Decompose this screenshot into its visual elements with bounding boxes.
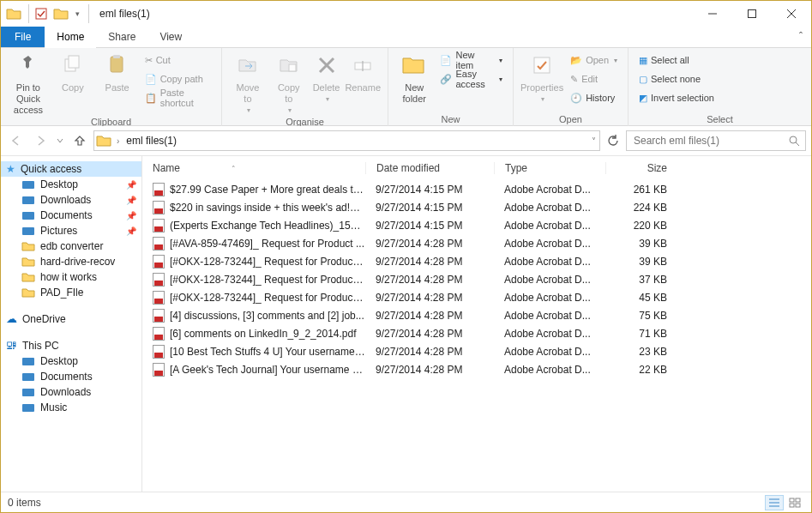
pdf-icon bbox=[153, 219, 165, 232]
file-list[interactable]: Name˄ Date modified Type Size $27.99 Cas… bbox=[142, 156, 811, 492]
up-button[interactable] bbox=[69, 130, 90, 151]
search-box[interactable] bbox=[626, 130, 806, 151]
tab-view[interactable]: View bbox=[147, 27, 194, 47]
tab-home[interactable]: Home bbox=[45, 27, 96, 47]
rename-button[interactable]: Rename bbox=[345, 51, 381, 94]
file-size: 71 KB bbox=[605, 328, 683, 340]
tab-share[interactable]: Share bbox=[96, 27, 147, 47]
file-row[interactable]: [4] discussions, [3] comments and [2] jo… bbox=[142, 306, 811, 324]
file-date: 9/27/2014 4:15 PM bbox=[365, 184, 494, 196]
sidebar-item-downloads[interactable]: Downloads📌 bbox=[1, 192, 141, 208]
file-name: [6] comments on LinkedIn_9_2_2014.pdf bbox=[170, 328, 357, 340]
sidebar-onedrive[interactable]: ☁ OneDrive bbox=[1, 311, 141, 327]
tab-file[interactable]: File bbox=[1, 27, 45, 47]
pasteshortcut-icon: 📋 bbox=[145, 93, 157, 104]
close-button[interactable] bbox=[772, 1, 811, 27]
sidebar-pc-documents[interactable]: Documents bbox=[1, 369, 141, 384]
breadcrumb-current[interactable]: eml files(1) bbox=[124, 135, 178, 147]
open-button[interactable]: 📂Open▾ bbox=[567, 51, 621, 69]
file-row[interactable]: (Experts Exchange Tech Headlines)_15_11.… bbox=[142, 216, 811, 234]
column-name[interactable]: Name˄ bbox=[142, 162, 365, 174]
svg-rect-0 bbox=[36, 9, 46, 19]
folder-icon bbox=[21, 225, 35, 237]
sidebar-pc-desktop[interactable]: Desktop bbox=[1, 353, 141, 369]
sidebar-item-hard-drive-recov[interactable]: hard-drive-recov bbox=[1, 254, 141, 269]
qat-newfolder-icon[interactable] bbox=[51, 4, 70, 23]
column-date[interactable]: Date modified bbox=[365, 162, 494, 174]
column-size[interactable]: Size bbox=[605, 162, 683, 174]
delete-button[interactable]: Delete▾ bbox=[311, 51, 342, 105]
cut-button[interactable]: ✂Cut bbox=[141, 51, 214, 69]
file-row[interactable]: [A Geek's Tech Journal] Your username a.… bbox=[142, 360, 811, 378]
selectnone-button[interactable]: ▢Select none bbox=[635, 70, 718, 88]
refresh-button[interactable] bbox=[604, 131, 623, 150]
sidebar-item-pad-file[interactable]: PAD_FIle bbox=[1, 285, 141, 300]
file-type: Adobe Acrobat D... bbox=[494, 292, 605, 304]
pdf-icon bbox=[153, 345, 165, 359]
thispc-icon: 🖳 bbox=[6, 339, 17, 352]
edit-button[interactable]: ✎Edit bbox=[567, 70, 621, 88]
file-type: Adobe Acrobat D... bbox=[494, 220, 605, 232]
properties-button[interactable]: Properties▾ bbox=[520, 51, 563, 105]
minimize-button[interactable] bbox=[693, 1, 732, 27]
file-row[interactable]: [#OKX-128-73244]_ Request for Product ..… bbox=[142, 252, 811, 270]
maximize-button[interactable] bbox=[732, 1, 772, 27]
pdf-icon bbox=[153, 363, 165, 377]
recent-dropdown[interactable] bbox=[54, 130, 66, 151]
view-thumbnails-button[interactable] bbox=[785, 495, 804, 510]
sidebar-item-how-it-works[interactable]: how it works bbox=[1, 269, 141, 285]
chevron-right-icon[interactable]: › bbox=[115, 136, 121, 146]
invertselection-button[interactable]: ◩Invert selection bbox=[635, 89, 718, 106]
sidebar-pc-downloads[interactable]: Downloads bbox=[1, 384, 141, 400]
moveto-button[interactable]: Move to▾ bbox=[229, 51, 267, 116]
pdf-icon bbox=[153, 255, 165, 269]
svg-rect-31 bbox=[796, 504, 800, 507]
file-name: $27.99 Case Paper + More great deals to … bbox=[170, 184, 365, 196]
qat-properties-icon[interactable] bbox=[34, 7, 50, 21]
copyto-button[interactable]: Copy to▾ bbox=[270, 51, 308, 116]
qat-dropdown-icon[interactable]: ▾ bbox=[72, 9, 83, 18]
view-details-button[interactable] bbox=[765, 495, 784, 510]
file-row[interactable]: [#OKX-128-73244]_ Request for Product ..… bbox=[142, 288, 811, 306]
sidebar-thispc[interactable]: 🖳 This PC bbox=[1, 337, 141, 353]
copy-button[interactable]: Copy bbox=[52, 51, 93, 94]
file-size: 23 KB bbox=[605, 346, 683, 358]
sidebar-item-documents[interactable]: Documents📌 bbox=[1, 208, 141, 223]
sidebar-pc-music[interactable]: Music bbox=[1, 400, 141, 415]
pin-icon: 📌 bbox=[126, 226, 136, 236]
ribbon-collapse-icon[interactable]: ˆ bbox=[791, 31, 811, 43]
forward-button[interactable] bbox=[30, 130, 51, 151]
sidebar-quickaccess[interactable]: ★ Quick access bbox=[1, 161, 141, 177]
pasteshortcut-button[interactable]: 📋Paste shortcut bbox=[141, 89, 214, 106]
pin-quickaccess-button[interactable]: Pin to Quick access bbox=[8, 51, 49, 116]
address-dropdown-icon[interactable]: ˅ bbox=[590, 136, 598, 146]
file-row[interactable]: [#AVA-859-47469]_ Request for Product ..… bbox=[142, 234, 811, 252]
selectall-button[interactable]: ▦Select all bbox=[635, 51, 718, 69]
quickaccess-star-icon: ★ bbox=[6, 163, 15, 175]
copy-label: Copy bbox=[62, 82, 84, 94]
copypath-button[interactable]: 📄Copy path bbox=[141, 70, 214, 88]
sidebar-item-edb-converter[interactable]: edb converter bbox=[1, 238, 141, 254]
back-button[interactable] bbox=[6, 130, 27, 151]
file-row[interactable]: [6] comments on LinkedIn_9_2_2014.pdf9/2… bbox=[142, 324, 811, 342]
paste-button[interactable]: Paste bbox=[97, 51, 138, 94]
file-row[interactable]: $27.99 Case Paper + More great deals to … bbox=[142, 180, 811, 198]
file-size: 39 KB bbox=[605, 256, 683, 268]
file-row[interactable]: $220 in savings inside + this week's ad!… bbox=[142, 198, 811, 216]
newfolder-button[interactable]: New folder bbox=[395, 51, 433, 105]
file-name: [#OKX-128-73244]_ Request for Product ..… bbox=[170, 274, 365, 286]
history-button[interactable]: 🕘History bbox=[567, 89, 621, 106]
navigation-pane[interactable]: ★ Quick access Desktop📌Downloads📌Documen… bbox=[1, 156, 142, 492]
file-row[interactable]: [10 Best Tech Stuffs 4 U] Your username … bbox=[142, 342, 811, 360]
search-input[interactable] bbox=[632, 134, 788, 148]
sidebar-item-pictures[interactable]: Pictures📌 bbox=[1, 223, 141, 238]
column-type[interactable]: Type bbox=[494, 162, 605, 174]
file-row[interactable]: [#OKX-128-73244]_ Request for Product ..… bbox=[142, 270, 811, 288]
sidebar-item-desktop[interactable]: Desktop📌 bbox=[1, 177, 141, 192]
easyaccess-button[interactable]: 🔗Easy access▾ bbox=[436, 70, 506, 88]
invert-icon: ◩ bbox=[639, 93, 647, 104]
new-group-label: New bbox=[388, 113, 513, 127]
address-bar[interactable]: › eml files(1) ˅ bbox=[93, 130, 600, 151]
newitem-button[interactable]: 📄New item▾ bbox=[436, 51, 506, 69]
cut-icon: ✂ bbox=[145, 55, 153, 66]
